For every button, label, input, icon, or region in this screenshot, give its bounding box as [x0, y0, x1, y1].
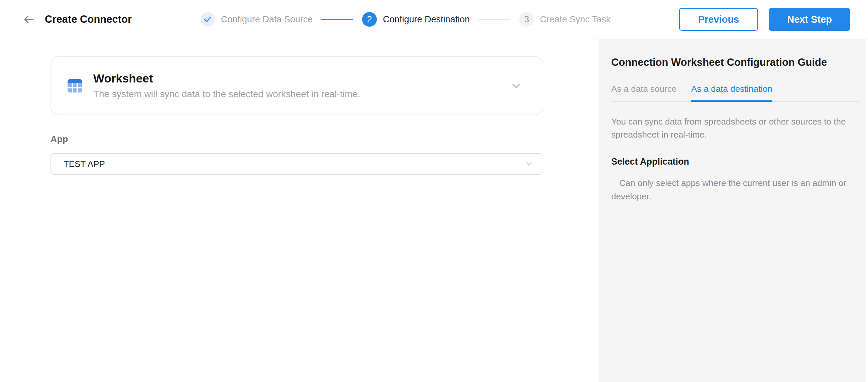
- tab-as-data-destination[interactable]: As a data destination: [691, 84, 772, 101]
- guide-tabs: As a data source As a data destination: [611, 84, 859, 102]
- chevron-down-icon: [524, 159, 534, 169]
- guide-section-body: Can only select apps where the current u…: [611, 176, 859, 203]
- step3-label: Create Sync Task: [540, 14, 611, 25]
- table-grid-icon: [67, 78, 83, 94]
- content: Worksheet The system will sync data to t…: [0, 39, 868, 382]
- previous-button[interactable]: Previous: [679, 8, 758, 31]
- topbar-left: Create Connector: [22, 12, 132, 27]
- chevron-down-icon: [510, 80, 522, 92]
- step2-label: Configure Destination: [383, 14, 470, 25]
- app-field-label: App: [51, 134, 543, 145]
- step1-label: Configure Data Source: [221, 14, 313, 25]
- worksheet-card-title: Worksheet: [93, 72, 510, 85]
- step1-completed-circle: [200, 12, 215, 27]
- scrollbar-track[interactable]: [866, 39, 868, 382]
- stepper: Configure Data Source 2 Configure Destin…: [132, 12, 679, 27]
- step2-active-circle: 2: [362, 12, 377, 27]
- step3-pending-circle: 3: [519, 12, 534, 27]
- guide-section-heading: Select Application: [611, 157, 859, 167]
- step-connector-empty: [478, 19, 510, 20]
- app-select-value: TEST APP: [64, 159, 105, 169]
- next-step-button[interactable]: Next Step: [769, 8, 850, 31]
- tab-as-data-source[interactable]: As a data source: [611, 84, 676, 101]
- arrow-left-icon: [22, 13, 35, 26]
- step-configure-data-source: Configure Data Source: [200, 12, 313, 27]
- step-configure-destination: 2 Configure Destination: [362, 12, 470, 27]
- step-create-sync-task: 3 Create Sync Task: [519, 12, 611, 27]
- step-connector-filled: [321, 19, 353, 20]
- guide-intro-text: You can sync data from spreadsheets or o…: [611, 115, 859, 141]
- topbar-actions: Previous Next Step: [679, 8, 850, 31]
- check-icon: [203, 15, 212, 24]
- topbar: Create Connector Configure Data Source 2…: [0, 0, 868, 39]
- app-field: App TEST APP: [51, 134, 543, 175]
- worksheet-card-description: The system will sync data to the selecte…: [93, 89, 510, 100]
- page-title: Create Connector: [45, 13, 132, 25]
- create-connector-page: Create Connector Configure Data Source 2…: [0, 0, 868, 382]
- worksheet-card[interactable]: Worksheet The system will sync data to t…: [51, 56, 543, 115]
- app-select[interactable]: TEST APP: [51, 153, 543, 175]
- main-panel: Worksheet The system will sync data to t…: [0, 39, 598, 382]
- back-button[interactable]: [22, 12, 36, 27]
- worksheet-card-text: Worksheet The system will sync data to t…: [93, 72, 510, 100]
- guide-title: Connection Worksheet Configuration Guide: [611, 57, 859, 68]
- guide-sidebar: Connection Worksheet Configuration Guide…: [598, 39, 868, 382]
